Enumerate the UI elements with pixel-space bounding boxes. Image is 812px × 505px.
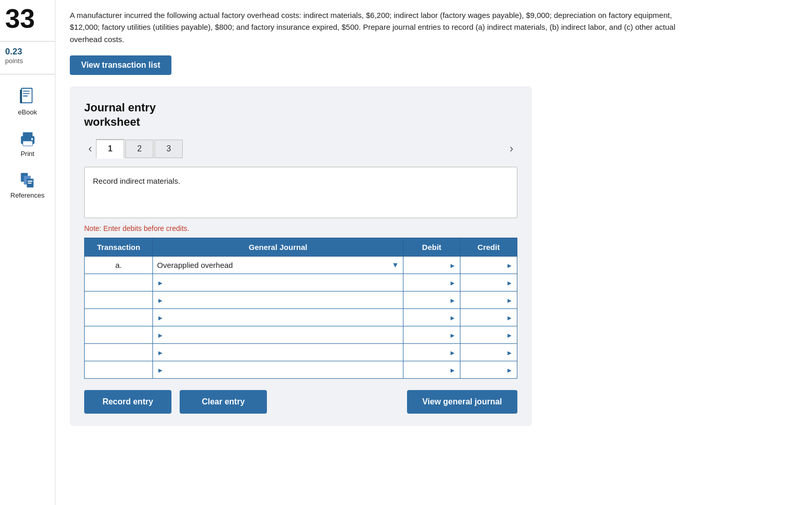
tab-next-button[interactable]: › bbox=[506, 140, 517, 158]
sidebar-item-print[interactable]: Print bbox=[0, 123, 55, 165]
svg-point-9 bbox=[31, 138, 33, 140]
table-row: ► ► ► bbox=[85, 326, 517, 343]
worksheet-card: Journal entryworksheet ‹ 1 2 3 › Record … bbox=[70, 86, 532, 426]
table-row: ► ► ► bbox=[85, 308, 517, 326]
credit-arrow-2: ► bbox=[506, 279, 513, 287]
transaction-cell-5 bbox=[85, 326, 153, 343]
journal-cell-6[interactable]: ► bbox=[153, 343, 403, 361]
credit-cell-5[interactable]: ► bbox=[460, 326, 517, 343]
score-block: 0.23 points bbox=[0, 47, 23, 65]
svg-rect-7 bbox=[23, 132, 32, 137]
clear-entry-button[interactable]: Clear entry bbox=[180, 390, 267, 414]
debit-cell-3[interactable]: ► bbox=[403, 291, 460, 308]
transaction-cell-6 bbox=[85, 343, 153, 361]
worksheet-title: Journal entryworksheet bbox=[84, 101, 517, 130]
debit-arrow-6: ► bbox=[449, 349, 456, 357]
svg-rect-15 bbox=[28, 183, 32, 184]
table-row: ► ► ► bbox=[85, 274, 517, 291]
record-entry-button[interactable]: Record entry bbox=[84, 390, 171, 414]
references-label: References bbox=[10, 191, 44, 199]
credit-arrow-7: ► bbox=[506, 366, 513, 374]
credit-arrow-3: ► bbox=[506, 297, 513, 304]
journal-arrow-7: ► bbox=[157, 366, 164, 374]
svg-rect-5 bbox=[20, 90, 22, 103]
table-row: ► ► ► bbox=[85, 361, 517, 378]
table-row: ► ► ► bbox=[85, 343, 517, 361]
debit-arrow-2: ► bbox=[449, 279, 456, 287]
sidebar-item-ebook[interactable]: eBook bbox=[0, 80, 55, 123]
debit-cell-2[interactable]: ► bbox=[403, 274, 460, 291]
credit-cell-1[interactable]: ► bbox=[460, 256, 517, 274]
print-label: Print bbox=[21, 150, 34, 158]
journal-cell-3[interactable]: ► bbox=[153, 291, 403, 308]
credit-arrow-1: ► bbox=[506, 262, 513, 269]
view-general-journal-button[interactable]: View general journal bbox=[407, 390, 517, 414]
table-row: a. Overapplied overhead ▼ ► ► bbox=[85, 256, 517, 274]
tab-2-button[interactable]: 2 bbox=[125, 140, 153, 158]
transaction-cell-2 bbox=[85, 274, 153, 291]
journal-cell-1[interactable]: Overapplied overhead ▼ bbox=[153, 256, 403, 274]
debit-cell-7[interactable]: ► bbox=[403, 361, 460, 378]
view-transaction-button[interactable]: View transaction list bbox=[70, 55, 171, 75]
entry-description-text: Record indirect materials. bbox=[93, 177, 180, 185]
debit-cell-5[interactable]: ► bbox=[403, 326, 460, 343]
debit-cell-6[interactable]: ► bbox=[403, 343, 460, 361]
sidebar-divider bbox=[0, 41, 55, 42]
main-content: A manufacturer incurred the following ac… bbox=[55, 0, 812, 505]
journal-arrow-5: ► bbox=[157, 332, 164, 339]
svg-rect-4 bbox=[23, 95, 27, 96]
credit-cell-7[interactable]: ► bbox=[460, 361, 517, 378]
sidebar-item-references[interactable]: References bbox=[0, 165, 55, 206]
credit-cell-4[interactable]: ► bbox=[460, 308, 517, 326]
transaction-cell-3 bbox=[85, 291, 153, 308]
debit-arrow-1: ► bbox=[449, 262, 456, 269]
journal-arrow-4: ► bbox=[157, 314, 164, 322]
ebook-icon bbox=[19, 87, 36, 106]
sidebar: 33 0.23 points eBook Pr bbox=[0, 0, 55, 505]
credit-arrow-6: ► bbox=[506, 349, 513, 357]
debit-cell-4[interactable]: ► bbox=[403, 308, 460, 326]
sidebar-divider-2 bbox=[0, 74, 55, 74]
credit-cell-2[interactable]: ► bbox=[460, 274, 517, 291]
references-icon bbox=[19, 172, 36, 189]
credit-cell-3[interactable]: ► bbox=[460, 291, 517, 308]
ebook-label: eBook bbox=[18, 108, 37, 116]
debit-arrow-3: ► bbox=[449, 297, 456, 304]
tabs-navigation: ‹ 1 2 3 › bbox=[84, 139, 517, 159]
problem-number: 33 bbox=[0, 5, 35, 32]
score-label: points bbox=[5, 57, 23, 65]
svg-rect-8 bbox=[23, 141, 32, 146]
tab-3-button[interactable]: 3 bbox=[154, 140, 183, 158]
transaction-cell-4 bbox=[85, 308, 153, 326]
journal-cell-7[interactable]: ► bbox=[153, 361, 403, 378]
col-header-credit: Credit bbox=[460, 238, 517, 256]
score-value: 0.23 bbox=[5, 47, 23, 57]
question-text: A manufacturer incurred the following ac… bbox=[70, 9, 686, 45]
col-header-journal: General Journal bbox=[153, 238, 403, 256]
svg-rect-2 bbox=[23, 91, 29, 92]
journal-arrow-3: ► bbox=[157, 297, 164, 304]
tab-1-button[interactable]: 1 bbox=[96, 139, 124, 159]
journal-table: Transaction General Journal Debit Credit… bbox=[84, 238, 517, 379]
dropdown-arrow-1[interactable]: ▼ bbox=[392, 261, 399, 269]
journal-cell-5[interactable]: ► bbox=[153, 326, 403, 343]
journal-arrow-6: ► bbox=[157, 349, 164, 357]
credit-cell-6[interactable]: ► bbox=[460, 343, 517, 361]
credit-arrow-5: ► bbox=[506, 332, 513, 339]
action-buttons: Record entry Clear entry View general jo… bbox=[84, 390, 517, 414]
debit-arrow-4: ► bbox=[449, 314, 456, 322]
transaction-cell-1: a. bbox=[85, 256, 153, 274]
debit-arrow-7: ► bbox=[449, 366, 456, 374]
svg-rect-14 bbox=[28, 181, 32, 182]
tab-prev-button[interactable]: ‹ bbox=[84, 140, 96, 158]
debit-arrow-5: ► bbox=[449, 332, 456, 339]
debit-cell-1[interactable]: ► bbox=[403, 256, 460, 274]
journal-entry-text-1: Overapplied overhead bbox=[157, 261, 389, 269]
note-text: Note: Enter debits before credits. bbox=[84, 224, 517, 232]
journal-cell-4[interactable]: ► bbox=[153, 308, 403, 326]
journal-arrow-2: ► bbox=[157, 279, 164, 287]
credit-arrow-4: ► bbox=[506, 314, 513, 322]
entry-description: Record indirect materials. bbox=[84, 167, 517, 218]
journal-cell-2[interactable]: ► bbox=[153, 274, 403, 291]
col-header-transaction: Transaction bbox=[85, 238, 153, 256]
